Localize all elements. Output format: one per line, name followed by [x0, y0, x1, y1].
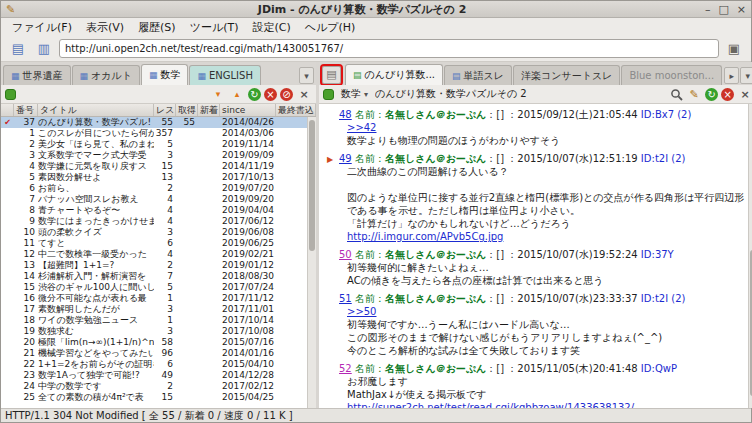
post-number-link[interactable]: 52 — [339, 363, 352, 374]
board-tab-math[interactable]: ▦ 数学 — [141, 64, 189, 85]
pane-toggle-icon[interactable]: ▤ — [322, 66, 341, 84]
stop-board-icon[interactable]: × — [264, 88, 277, 101]
post-number-link[interactable]: 49 — [339, 153, 352, 164]
thread-list-row[interactable]: 17素数解明したんだが32017/11/01 — [1, 304, 316, 315]
row-res-count: 1 — [154, 315, 176, 326]
post-anchor-link[interactable]: >>42 — [339, 121, 745, 134]
thread-list-row[interactable]: 25全ての素数の積が4π²で表152015/04/25 — [1, 392, 316, 403]
post-number-link[interactable]: 50 — [339, 249, 352, 260]
thread-list-row[interactable]: 15渋谷のギャル100人に聞いし52017/07/24 — [1, 282, 316, 293]
row-since-date: 2019/09/20 — [220, 194, 276, 205]
thread-list-row[interactable]: 10頭の柔軟クイズ32019/06/08 — [1, 227, 316, 238]
column-mark[interactable] — [1, 104, 14, 116]
reload-board-icon[interactable]: ↻ — [248, 88, 261, 101]
thread-list-row[interactable]: 14杉浦解析入門・解析演習を72018/08/30 — [1, 271, 316, 282]
close-thread-icon[interactable]: × — [737, 87, 752, 102]
post-link[interactable]: http://super2ch.net/test/read.cgi/kqbbzo… — [339, 401, 745, 408]
thread-scrollbar[interactable] — [748, 104, 752, 408]
thread-list-row[interactable]: 6お前ら、22019/07/20 — [1, 183, 316, 194]
thread-list-row[interactable]: 9数学にはまったきっかけせま42017/06/12 — [1, 216, 316, 227]
thread-list-row[interactable]: ✔37のんびり算数・数学パズル!55552014/04/26 — [1, 117, 316, 128]
list-scrollbar[interactable] — [307, 117, 316, 408]
column-res[interactable]: レス — [154, 104, 176, 116]
column-new[interactable]: 新着 — [198, 104, 220, 116]
board-view-icon[interactable]: ▤ — [7, 39, 29, 59]
post-name[interactable]: 名無しさん＠おーぷん — [385, 153, 486, 164]
board-tab-sekaiisan[interactable]: ▦ 世界遺産 — [3, 65, 71, 85]
reload-thread-icon[interactable]: ↻ — [705, 88, 718, 101]
post-anchor-link[interactable]: >>50 — [339, 305, 745, 318]
thread-list-row[interactable]: 5素因数分解せよ132017/10/13 — [1, 172, 316, 183]
post-name[interactable]: 名無しさん＠おーぷん — [385, 363, 486, 374]
thread-list-row[interactable]: 2美少女「ほら見て、私のまね52019/11/14 — [1, 139, 316, 150]
thread-tab-bluemoon[interactable]: Blue moonston... — [621, 65, 722, 85]
post-id-link[interactable]: ID:t2I — [641, 293, 668, 304]
row-new-count — [198, 161, 220, 172]
board-select[interactable]: 数学 ▾ — [337, 87, 372, 102]
maximize-button[interactable]: □ — [718, 2, 728, 17]
thread-list-row[interactable]: 1このスレが目についたら何か3572014/03/06 — [1, 128, 316, 139]
thread-list-row[interactable]: 12中二で数検準一級受かった42019/02/21 — [1, 249, 316, 260]
scrollbar-thumb[interactable] — [309, 120, 315, 251]
row-res-count: 55 — [154, 117, 176, 128]
thread-list-row[interactable]: 13【超難問】1+1=?22019/01/12 — [1, 260, 316, 271]
thread-list-row[interactable]: 221+1=2をお前らがその証明を最62015/04/10 — [1, 359, 316, 370]
board-tab-english[interactable]: ▦ ENGLISH — [189, 65, 260, 85]
column-number[interactable]: 番号 — [14, 104, 38, 116]
thread-list-row[interactable]: 8青チャートやるぞ〜42019/04/04 — [1, 205, 316, 216]
thread-tab-tango[interactable]: ▤ 単語スレ — [444, 65, 512, 85]
post-link[interactable]: http://i.imgur.com/APvb5Cg.jpg — [339, 230, 745, 243]
post-id-link[interactable]: ID:t2I — [641, 153, 668, 164]
column-loaded[interactable]: 取得 — [176, 104, 198, 116]
thread-tab-bar: ▤ ▤ のんびり算数... ▤ 単語スレ 洋楽コンサートスレ Blue moon… — [319, 62, 752, 85]
minimize-button[interactable]: – — [705, 2, 711, 17]
delete-icon[interactable]: ⊘ — [280, 88, 293, 101]
menu-history[interactable]: 履歴(S) — [131, 19, 183, 36]
thread-list-row[interactable]: 7バナッハ空間スレお教え42019/09/20 — [1, 194, 316, 205]
thread-tab-nonbiri[interactable]: ▤ のんびり算数... — [345, 64, 443, 85]
board-tab-list-button[interactable]: ▾ — [299, 67, 314, 84]
thread-list-row[interactable]: 20極限「lim(n→∞)(1+1/n)^n」の結d582015/07/16 — [1, 337, 316, 348]
thread-list-row[interactable]: 16微分不可能な点が表れる最12017/11/12 — [1, 293, 316, 304]
column-title[interactable]: タイトル — [38, 104, 154, 116]
stop-thread-icon[interactable]: × — [721, 88, 734, 101]
post-name[interactable]: 名無しさん＠おーぷん — [385, 249, 486, 260]
post-id-link[interactable]: ID:37Y — [641, 249, 674, 260]
post-id-link[interactable]: ID:QwP — [641, 363, 677, 374]
post-name[interactable]: 名無しさん＠おーぷん — [385, 109, 486, 120]
board-tab-label: 世界遺産 — [23, 69, 63, 83]
post-name[interactable]: 名無しさん＠おーぷん — [385, 293, 486, 304]
menu-settings[interactable]: 設定(C) — [245, 19, 297, 36]
thread-list-row[interactable]: 11てすと62019/06/25 — [1, 238, 316, 249]
write-icon[interactable]: ✎ — [686, 87, 702, 102]
column-since[interactable]: since — [220, 104, 276, 116]
thread-icon — [323, 89, 334, 100]
thread-tab-list-button[interactable]: ▾ — [740, 67, 752, 84]
open-url-icon[interactable]: ▣ — [723, 39, 745, 59]
menu-file[interactable]: ファイル(F) — [5, 19, 79, 36]
menu-tools[interactable]: ツール(T) — [183, 19, 246, 36]
board-tab-occult[interactable]: ▦ オカルト — [72, 65, 140, 85]
search-icon[interactable] — [670, 88, 683, 101]
thread-list-row[interactable]: 23数学1Aって独学で可能!?492014/12/28 — [1, 370, 316, 381]
thread-list-row[interactable]: 21機械学習などをやってみたい962014/01/16 — [1, 348, 316, 359]
menu-view[interactable]: 表示(V) — [79, 19, 131, 36]
column-last-write[interactable]: 最終書込 — [276, 104, 316, 116]
thread-list-row[interactable]: 4数学嫌に元気を取り戻すス152014/11/19 — [1, 161, 316, 172]
menu-help[interactable]: ヘルプ(H) — [298, 19, 363, 36]
sort-up-icon[interactable]: ▴ — [229, 87, 245, 102]
thread-tab-yogaku[interactable]: 洋楽コンサートスレ — [513, 65, 620, 85]
thread-list-row[interactable]: 3文系数学でマーク式大学受32019/09/09 — [1, 150, 316, 161]
post-number-link[interactable]: 51 — [339, 293, 352, 304]
post-id-link[interactable]: ID:Bx7 — [641, 109, 674, 120]
thread-view-icon[interactable]: ▥ — [33, 39, 55, 59]
thread-list-row[interactable]: 19数独求む32017/10/08 — [1, 326, 316, 337]
close-button[interactable]: × — [737, 2, 746, 17]
url-input[interactable] — [59, 39, 719, 58]
post-number-link[interactable]: 48 — [339, 109, 352, 120]
thread-list-row[interactable]: 24中学の数学です22017/02/12 — [1, 381, 316, 392]
tab-scroll-right-button[interactable]: ▸ — [724, 67, 739, 84]
sort-down-icon[interactable]: ▾ — [210, 87, 226, 102]
thread-list-row[interactable]: 18ワイの数学勉強ニュース12017/10/14 — [1, 315, 316, 326]
close-board-icon[interactable]: × — [296, 87, 312, 102]
